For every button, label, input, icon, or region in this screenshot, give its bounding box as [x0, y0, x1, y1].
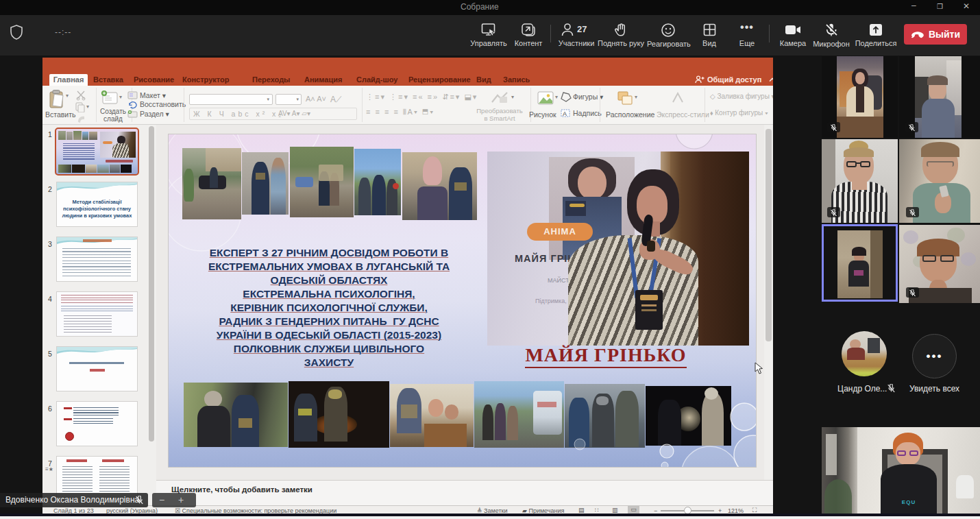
svg-text:A: A: [563, 110, 567, 117]
